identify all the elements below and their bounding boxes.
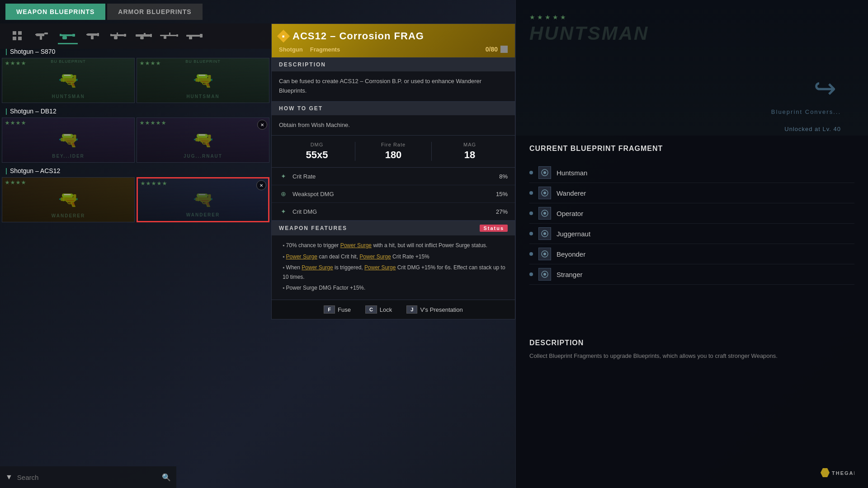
power-surge-link-4[interactable]: Power Surge bbox=[302, 264, 333, 271]
weapon-label: BEY...IDER bbox=[52, 154, 85, 159]
right-desc-text: Collect Blueprint Fragments to upgrade B… bbox=[529, 352, 854, 361]
attr-icon-critdmg: ✦ bbox=[279, 207, 288, 216]
stat-dmg-value: 55x5 bbox=[279, 149, 355, 161]
bp-name-juggernaut: Juggernaut bbox=[557, 230, 590, 238]
star-5 bbox=[162, 181, 167, 186]
star-3 bbox=[151, 181, 156, 186]
bp-dot bbox=[529, 171, 533, 174]
weapon-section-s870: Shotgun – S870 🔫 HUNTSMAN BU BLUEPRINT bbox=[0, 45, 271, 103]
stars-row bbox=[140, 61, 160, 66]
bp-item-huntsman[interactable]: Huntsman bbox=[529, 163, 854, 183]
svg-rect-15 bbox=[86, 34, 88, 35]
weapon-illustration: 🔫 bbox=[58, 190, 79, 209]
weapon-card-acs12-wanderer[interactable]: 🔫 WANDERER bbox=[2, 177, 135, 222]
right-panel: ★ ★ ★ ★ ★ Huntsman ↩ Blueprint Convers..… bbox=[515, 0, 868, 488]
weapon-label: JUG...RNAUT bbox=[184, 154, 222, 159]
stat-dmg-label: DMG bbox=[279, 142, 355, 147]
tab-armor-blueprints[interactable]: ARMOR BLUEPRINTS bbox=[107, 4, 202, 20]
bp-item-stranger[interactable]: Stranger bbox=[529, 264, 854, 285]
diamond-icon: ◆ bbox=[277, 30, 290, 42]
weapon-illustration: 🔫 bbox=[193, 131, 213, 150]
svg-rect-18 bbox=[114, 36, 118, 39]
close-badge[interactable]: ✕ bbox=[256, 180, 266, 190]
star-2 bbox=[145, 61, 150, 66]
star-3 bbox=[16, 61, 20, 66]
search-input[interactable] bbox=[17, 474, 157, 481]
category-smg[interactable] bbox=[83, 28, 103, 44]
bp-item-operator[interactable]: Operator bbox=[529, 203, 854, 224]
svg-text:THEGAMER: THEGAMER bbox=[832, 470, 854, 476]
weapon-card-db12-juggernaut[interactable]: ✕ 🔫 JUG...RNAUT bbox=[137, 117, 269, 163]
svg-rect-9 bbox=[72, 34, 75, 37]
weapon-card-acs12-wanderer2[interactable]: ✕ 🔫 WANDERER bbox=[137, 177, 269, 222]
category-lmg[interactable] bbox=[134, 28, 154, 44]
bp-item-beyonder[interactable]: Beyonder bbox=[529, 244, 854, 264]
power-surge-link-5[interactable]: Power Surge bbox=[364, 264, 396, 271]
star-1 bbox=[5, 121, 9, 125]
category-sniper[interactable] bbox=[159, 28, 179, 44]
svg-rect-20 bbox=[117, 33, 118, 35]
category-shotgun[interactable] bbox=[58, 28, 78, 44]
db12-grid: 🔫 BEY...IDER ✕ 🔫 JUG...RNAUT bbox=[0, 117, 271, 163]
power-surge-link-1[interactable]: Power Surge bbox=[340, 242, 372, 249]
stat-mag-value: 18 bbox=[432, 149, 508, 161]
star-1 bbox=[140, 121, 144, 125]
star-top-3: ★ bbox=[545, 14, 551, 21]
bp-icon-stranger bbox=[538, 268, 551, 281]
bp-item-wanderer[interactable]: Wanderer bbox=[529, 183, 854, 203]
svg-rect-2 bbox=[13, 37, 16, 40]
weapon-card-s870-1[interactable]: 🔫 HUNTSMAN BU BLUEPRINT bbox=[2, 58, 135, 103]
action-lock[interactable]: C Lock bbox=[365, 305, 392, 314]
detail-title-row: ◆ ACS12 – Corrosion FRAG bbox=[279, 30, 508, 42]
weapon-label-1: HUNTSMAN bbox=[52, 94, 85, 99]
power-surge-link-3[interactable]: Power Surge bbox=[359, 253, 391, 260]
attr-name-critrate: Crit Rate bbox=[292, 173, 316, 180]
svg-rect-27 bbox=[164, 36, 166, 39]
status-badge: Status bbox=[480, 225, 508, 232]
close-badge[interactable]: ✕ bbox=[257, 120, 267, 130]
weapon-card-s870-2[interactable]: 🔫 HUNTSMAN BU BLUEPRINT bbox=[137, 58, 269, 103]
power-surge-link-2[interactable]: Power Surge bbox=[286, 253, 317, 260]
svg-rect-24 bbox=[144, 33, 146, 35]
svg-rect-19 bbox=[110, 34, 112, 36]
weapon-label: WANDERER bbox=[186, 212, 220, 217]
attr-name-critdmg: Crit DMG bbox=[292, 208, 317, 215]
stars-row bbox=[5, 61, 26, 66]
star-top-5: ★ bbox=[560, 14, 566, 21]
bp-dot bbox=[529, 252, 533, 256]
attr-critdmg: ✦ Crit DMG 27% bbox=[272, 203, 515, 221]
weapon-card-db12-beyonder[interactable]: 🔫 BEY...IDER bbox=[2, 117, 135, 163]
star-3 bbox=[151, 61, 155, 66]
action-fuse[interactable]: F Fuse bbox=[324, 305, 351, 314]
description-body: Can be fused to create ACS12 – Corrosion… bbox=[272, 71, 515, 101]
feature-2: Power Surge can deal Crit hit, Power Sur… bbox=[279, 252, 508, 261]
bp-item-juggernaut[interactable]: Juggernaut bbox=[529, 224, 854, 244]
huntsman-watermark: Huntsman bbox=[529, 23, 649, 44]
bp-icon-operator bbox=[538, 207, 551, 220]
stat-mag-label: MAG bbox=[432, 142, 508, 147]
star-4 bbox=[156, 121, 160, 125]
star-4 bbox=[156, 61, 160, 66]
svg-rect-14 bbox=[91, 36, 94, 39]
acs12-grid: 🔫 WANDERER ✕ 🔫 WANDERER bbox=[0, 177, 271, 222]
category-more[interactable] bbox=[184, 28, 204, 44]
attr-icon-weakspot: ⊕ bbox=[279, 189, 288, 198]
svg-point-41 bbox=[543, 253, 546, 255]
category-pistol[interactable] bbox=[33, 28, 52, 44]
category-grid[interactable] bbox=[7, 28, 27, 44]
star-2 bbox=[10, 180, 15, 185]
stars-top-row: ★ ★ ★ ★ ★ bbox=[529, 14, 566, 21]
filter-icon[interactable]: ▼ bbox=[5, 473, 13, 481]
action-bar: F Fuse C Lock J V's Presentation bbox=[272, 300, 515, 319]
category-ar[interactable] bbox=[108, 28, 128, 44]
action-presentation[interactable]: J V's Presentation bbox=[406, 305, 462, 314]
attr-critrate: ✦ Crit Rate 8% bbox=[272, 168, 515, 185]
bp-name-stranger: Stranger bbox=[557, 271, 583, 278]
how-to-get-body: Obtain from Wish Machine. bbox=[272, 115, 515, 136]
search-icon[interactable]: 🔍 bbox=[162, 473, 171, 482]
svg-rect-0 bbox=[13, 31, 16, 35]
tab-weapon-blueprints[interactable]: WEAPON BLUEPRINTS bbox=[5, 4, 105, 20]
star-1 bbox=[5, 61, 9, 66]
bp-name-wanderer: Wanderer bbox=[557, 189, 586, 197]
bp-dot bbox=[529, 272, 533, 276]
